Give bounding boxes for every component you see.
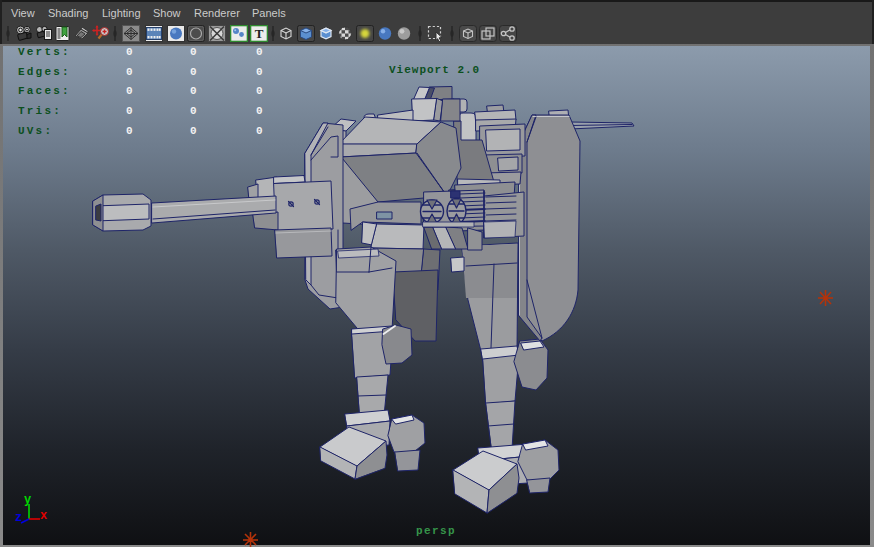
svg-text:x: x	[40, 509, 47, 523]
svg-text:z: z	[15, 511, 22, 525]
svg-text:T: T	[255, 26, 264, 41]
svg-text:y: y	[24, 493, 31, 507]
